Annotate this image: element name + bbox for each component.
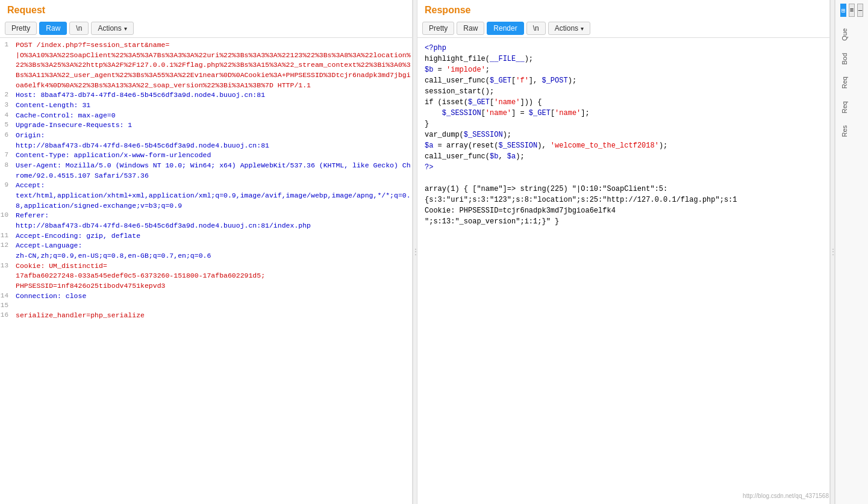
response-panel: Response Pretty Raw Render \n Actions ▾ … <box>417 0 830 504</box>
response-render-btn[interactable]: Render <box>487 22 523 35</box>
response-raw-btn[interactable]: Raw <box>457 22 484 35</box>
response-title: Response <box>417 0 829 19</box>
sidebar-tab-req1[interactable]: Req <box>838 71 866 94</box>
request-actions-btn[interactable]: Actions ▾ <box>91 22 133 35</box>
table-row: 7Content-Type: application/x-www-form-ur… <box>0 151 412 161</box>
sidebar-tab-bod[interactable]: Bod <box>838 48 866 70</box>
line-number: 9 <box>0 181 13 211</box>
right-divider[interactable]: ⋮ <box>830 0 835 504</box>
list-item: $b = 'implode'; <box>425 64 822 75</box>
table-row: 15 <box>0 301 412 311</box>
response-actions-btn[interactable]: Actions ▾ <box>548 22 590 35</box>
list-item: Cookie: PHPSESSID=tcjr6nadpk3md7jbgioa6e… <box>425 205 822 216</box>
list-item: array(1) { ["name"]=> string(225) "|O:10… <box>425 184 822 194</box>
line-content: Accept-Language: zh-CN,zh;q=0.9,en-US;q=… <box>13 241 412 261</box>
chevron-down-icon: ▾ <box>124 25 127 32</box>
line-content: Content-Type: application/x-www-form-url… <box>13 151 412 161</box>
line-number: 2 <box>0 90 13 101</box>
request-raw-btn[interactable]: Raw <box>39 22 67 35</box>
line-content: Origin: http://8baaf473-db74-47fd-84e6-5… <box>13 131 412 151</box>
line-content: Connection: close <box>13 291 412 302</box>
sidebar-tab-req2[interactable]: Req <box>838 96 866 119</box>
list-item: ?> <box>425 162 822 173</box>
line-number: 4 <box>0 111 13 121</box>
line-number: 13 <box>0 261 13 291</box>
list-item: <?php <box>425 43 822 54</box>
line-number: 15 <box>0 301 13 311</box>
table-row: 3Content-Length: 31 <box>0 101 412 111</box>
table-row: 13Cookie: UM_distinctid= 17afba60227248-… <box>0 261 412 291</box>
main-content: Request Pretty Raw \n Actions ▾ 1POST /i… <box>0 0 835 504</box>
line-content: serialize_handler=php_serialize <box>13 311 412 321</box>
line-content: Upgrade-Insecure-Requests: 1 <box>13 120 412 131</box>
line-content: Accept-Encoding: gzip, deflate <box>13 231 412 241</box>
list-view-btn[interactable]: ≡ <box>849 4 855 17</box>
list-item: {s:3:"uri";s:3:"123";s:8:"location";s:25… <box>425 194 822 205</box>
request-pretty-btn[interactable]: Pretty <box>5 22 37 35</box>
response-toolbar: Pretty Raw Render \n Actions ▾ <box>417 19 829 38</box>
line-number: 14 <box>0 291 13 302</box>
request-body[interactable]: 1POST /index.php?f=session_start&name= |… <box>0 38 412 504</box>
line-number: 11 <box>0 231 13 241</box>
sidebar-window-controls: ⊞ ≡ — <box>835 0 868 20</box>
watermark: http://blog.csdn.net/qq_4371568 <box>743 493 829 499</box>
request-title: Request <box>0 0 412 19</box>
divider-dots-right: ⋮ <box>829 247 835 257</box>
list-item: ";s:13:"_soap_version";i:1;}" } <box>425 216 822 227</box>
table-row: 14Connection: close <box>0 291 412 302</box>
table-row: 5Upgrade-Insecure-Requests: 1 <box>0 120 412 131</box>
table-row: 2Host: 8baaf473-db74-47fd-84e6-5b45c6df3… <box>0 90 412 101</box>
list-item: $_SESSION['name'] = $_GET['name']; <box>425 108 822 119</box>
line-content: Content-Length: 31 <box>13 101 412 111</box>
minimize-btn[interactable]: — <box>857 4 863 17</box>
line-number: 5 <box>0 120 13 131</box>
response-body[interactable]: <?phphighlight_file(__FILE__);$b = 'impl… <box>417 38 829 504</box>
table-row: 11Accept-Encoding: gzip, deflate <box>0 231 412 241</box>
line-number: 3 <box>0 101 13 111</box>
list-item: session_start(); <box>425 86 822 97</box>
list-item: $a = array(reset($_SESSION), 'welcome_to… <box>425 140 822 151</box>
line-content <box>13 301 412 311</box>
tile-view-btn[interactable]: ⊞ <box>840 4 846 17</box>
line-content: Accept: text/html,application/xhtml+xml,… <box>13 181 412 211</box>
sidebar-tab-que[interactable]: Que <box>838 23 866 46</box>
list-item: highlight_file(__FILE__); <box>425 54 822 64</box>
list-item: if (isset($_GET['name'])) { <box>425 97 822 108</box>
line-number: 6 <box>0 131 13 151</box>
table-row: 16serialize_handler=php_serialize <box>0 311 412 321</box>
sidebar-tabs: Que Bod Req Req Res <box>835 20 868 145</box>
table-row: 4Cache-Control: max-age=0 <box>0 111 412 121</box>
list-item: } <box>425 119 822 129</box>
request-panel: Request Pretty Raw \n Actions ▾ 1POST /i… <box>0 0 413 504</box>
table-row: 10Referer: http://8baaf473-db74-47fd-84e… <box>0 211 412 231</box>
line-number: 1 <box>0 40 13 90</box>
list-item <box>425 173 822 184</box>
panels: Request Pretty Raw \n Actions ▾ 1POST /i… <box>0 0 835 504</box>
line-content: POST /index.php?f=session_start&name= |O… <box>13 40 412 90</box>
line-number: 16 <box>0 311 13 321</box>
line-number: 12 <box>0 241 13 261</box>
list-item: call_user_func($b, $a); <box>425 151 822 162</box>
request-n-btn[interactable]: \n <box>69 22 89 35</box>
response-n-btn[interactable]: \n <box>526 22 546 35</box>
right-sidebar: ⊞ ≡ — Que Bod Req Req Res <box>835 0 868 504</box>
chevron-down-icon: ▾ <box>581 25 584 32</box>
list-item: var_dump($_SESSION); <box>425 129 822 140</box>
table-row: 1POST /index.php?f=session_start&name= |… <box>0 40 412 90</box>
line-content: Referer: http://8baaf473-db74-47fd-84e6-… <box>13 211 412 231</box>
table-row: 6Origin: http://8baaf473-db74-47fd-84e6-… <box>0 131 412 151</box>
response-pretty-btn[interactable]: Pretty <box>422 22 454 35</box>
line-number: 7 <box>0 151 13 161</box>
sidebar-tab-res[interactable]: Res <box>838 120 866 143</box>
table-row: 8User-Agent: Mozilla/5.0 (Windows NT 10.… <box>0 161 412 181</box>
line-number: 8 <box>0 161 13 181</box>
table-row: 9Accept: text/html,application/xhtml+xml… <box>0 181 412 211</box>
line-content: Cookie: UM_distinctid= 17afba60227248-03… <box>13 261 412 291</box>
table-row: 12Accept-Language: zh-CN,zh;q=0.9,en-US;… <box>0 241 412 261</box>
line-number: 10 <box>0 211 13 231</box>
panel-divider[interactable]: ⋮ <box>413 0 417 504</box>
line-content: User-Agent: Mozilla/5.0 (Windows NT 10.0… <box>13 161 412 181</box>
list-item: call_user_func($_GET['f'], $_POST); <box>425 75 822 86</box>
line-content: Host: 8baaf473-db74-47fd-84e6-5b45c6df3a… <box>13 90 412 101</box>
request-toolbar: Pretty Raw \n Actions ▾ <box>0 19 412 38</box>
